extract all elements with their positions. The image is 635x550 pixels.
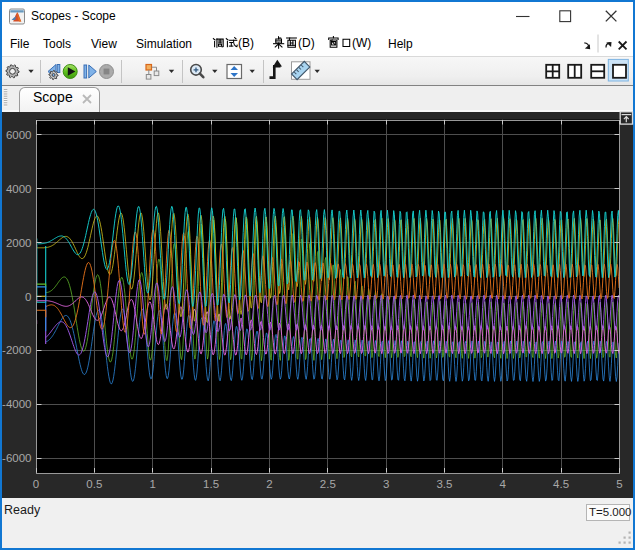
svg-text:0.5: 0.5 [86, 478, 102, 490]
svg-text:4.5: 4.5 [553, 478, 569, 490]
svg-text:-2000: -2000 [2, 344, 31, 356]
svg-text:2.5: 2.5 [320, 478, 336, 490]
svg-text:-6000: -6000 [2, 452, 31, 464]
svg-text:-4000: -4000 [2, 398, 31, 410]
svg-text:1.5: 1.5 [203, 478, 219, 490]
svg-text:4: 4 [500, 478, 507, 490]
svg-text:4000: 4000 [6, 183, 32, 195]
svg-text:3.5: 3.5 [436, 478, 452, 490]
svg-text:2000: 2000 [6, 237, 32, 249]
svg-text:0: 0 [33, 478, 39, 490]
svg-text:2: 2 [266, 478, 272, 490]
svg-text:1: 1 [149, 478, 155, 490]
svg-text:3: 3 [383, 478, 389, 490]
svg-text:6000: 6000 [6, 129, 32, 141]
svg-text:0: 0 [25, 291, 31, 303]
svg-text:5: 5 [616, 478, 622, 490]
